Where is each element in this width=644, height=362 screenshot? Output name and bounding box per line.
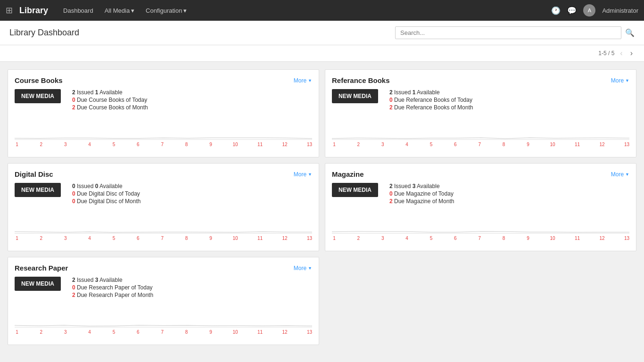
stat-issued: 0 Issued 0 Available	[72, 183, 140, 189]
chart-label: 4	[87, 236, 92, 241]
chart-label: 1	[15, 236, 19, 241]
chart-area: 12345678910111213	[15, 117, 312, 150]
chevron-down-icon: ▾	[183, 7, 187, 14]
chart-svg	[15, 211, 312, 235]
stat-issued: 2 Issued 3 Available	[389, 183, 454, 189]
search-button[interactable]: 🔍	[625, 28, 635, 37]
chart-label: 13	[307, 329, 312, 335]
chart-label: 12	[599, 142, 604, 147]
card-reference-books: Referance Books More NEW MEDIA 2 Issued …	[325, 69, 636, 157]
chart-label: 11	[257, 329, 263, 335]
chart-label: 4	[405, 236, 409, 241]
chart-label: 11	[575, 236, 580, 241]
chart-area: 12345678910111213	[15, 305, 312, 338]
chart-label: 2	[39, 142, 43, 147]
more-button[interactable]: More	[294, 77, 312, 84]
card-header: Magazine More	[332, 170, 629, 178]
card-header: Course Books More	[15, 76, 312, 84]
card-body: NEW MEDIA 2 Issued 3 Available 0 Due Res…	[15, 277, 312, 298]
more-button[interactable]: More	[611, 171, 629, 178]
chart-label: 12	[282, 142, 287, 147]
chart-label: 7	[160, 142, 165, 147]
card-stats: 2 Issued 1 Available 0 Due Course Books …	[72, 89, 148, 111]
top-navigation: ⊞ Library Dashboard All Media ▾ Configur…	[0, 0, 644, 21]
chart-label: 6	[136, 236, 140, 241]
subheader: Library Dashboard 🔍	[0, 21, 644, 45]
chart-label: 2	[39, 236, 43, 241]
more-button[interactable]: More	[611, 77, 629, 84]
chart-svg	[332, 211, 629, 235]
chart-label: 4	[405, 142, 409, 147]
chart-label: 2	[356, 236, 361, 241]
more-button[interactable]: More	[294, 171, 312, 178]
chart-label: 7	[160, 329, 165, 335]
card-digital-disc: Digital Disc More NEW MEDIA 0 Issued 0 A…	[8, 163, 319, 251]
pagination-prev[interactable]: ‹	[618, 48, 624, 58]
chart-label: 11	[257, 236, 263, 241]
stat-due-today: 0 Due Referance Books of Today	[389, 97, 473, 103]
card-title: Digital Disc	[15, 170, 53, 178]
chart-label: 9	[208, 142, 213, 147]
chart-label: 2	[356, 142, 361, 147]
pagination-next[interactable]: ›	[628, 48, 635, 58]
chart-label: 12	[599, 236, 604, 241]
new-media-button[interactable]: NEW MEDIA	[15, 89, 61, 103]
chart-label: 8	[184, 142, 189, 147]
page-title: Library Dashboard	[9, 28, 79, 38]
more-button[interactable]: More	[294, 265, 312, 272]
chart-label: 10	[232, 329, 238, 335]
chart-label: 11	[575, 142, 580, 147]
nav-all-media[interactable]: All Media ▾	[101, 5, 138, 16]
nav-dashboard[interactable]: Dashboard	[59, 5, 97, 16]
stat-due-month: 0 Due Digital Disc of Month	[72, 198, 140, 205]
stat-issued: 2 Issued 1 Available	[72, 89, 148, 96]
chart-label: 6	[136, 329, 140, 335]
nav-configuration[interactable]: Configuration ▾	[142, 5, 190, 16]
stat-issued: 2 Issued 1 Available	[389, 89, 473, 96]
pagination-bar: 1-5 / 5 ‹ ›	[0, 45, 644, 62]
chart-label: 8	[502, 142, 506, 147]
new-media-button[interactable]: NEW MEDIA	[15, 277, 61, 291]
chart-label: 8	[184, 329, 189, 335]
chart-label: 6	[136, 142, 140, 147]
chart-labels: 12345678910111213	[332, 235, 629, 242]
chart-label: 6	[453, 236, 458, 241]
card-stats: 2 Issued 3 Available 0 Due Magazine of T…	[389, 183, 454, 205]
search-input[interactable]	[395, 26, 621, 39]
chart-label: 11	[257, 142, 263, 147]
card-body: NEW MEDIA 2 Issued 1 Available 0 Due Ref…	[332, 89, 629, 111]
new-media-button[interactable]: NEW MEDIA	[15, 183, 61, 197]
stat-due-month: 2 Due Magazine of Month	[389, 198, 454, 205]
chart-label: 13	[624, 236, 629, 241]
chart-label: 8	[184, 236, 189, 241]
card-body: NEW MEDIA 0 Issued 0 Available 0 Due Dig…	[15, 183, 312, 205]
card-body: NEW MEDIA 2 Issued 1 Available 0 Due Cou…	[15, 89, 312, 111]
chart-label: 10	[550, 142, 555, 147]
chart-label: 12	[282, 236, 287, 241]
stat-due-today: 0 Due Course Books of Today	[72, 97, 148, 103]
chart-label: 9	[526, 236, 530, 241]
dashboard-grid: Course Books More NEW MEDIA 2 Issued 1 A…	[0, 62, 644, 353]
chart-label: 4	[87, 142, 92, 147]
stat-due-today: 0 Due Digital Disc of Today	[72, 190, 140, 197]
chart-label: 7	[477, 236, 482, 241]
chart-label: 12	[282, 329, 287, 335]
clock-icon[interactable]: 🕐	[551, 6, 561, 15]
chart-area: 12345678910111213	[332, 117, 629, 150]
new-media-button[interactable]: NEW MEDIA	[332, 183, 378, 197]
grid-icon[interactable]: ⊞	[6, 5, 13, 16]
chart-label: 3	[63, 329, 68, 335]
chart-label: 10	[232, 142, 238, 147]
chart-label: 1	[332, 142, 337, 147]
chat-icon[interactable]: 💬	[567, 6, 577, 15]
card-research-paper: Research Paper More NEW MEDIA 2 Issued 3…	[8, 257, 319, 345]
pagination-display: 1-5 / 5	[598, 50, 614, 57]
chart-label: 10	[232, 236, 238, 241]
chart-label: 1	[15, 329, 19, 335]
chart-label: 8	[502, 236, 506, 241]
card-header: Referance Books More	[332, 76, 629, 84]
chart-labels: 12345678910111213	[15, 235, 312, 242]
new-media-button[interactable]: NEW MEDIA	[332, 89, 378, 103]
chart-svg	[15, 305, 312, 329]
chart-label: 9	[526, 142, 530, 147]
